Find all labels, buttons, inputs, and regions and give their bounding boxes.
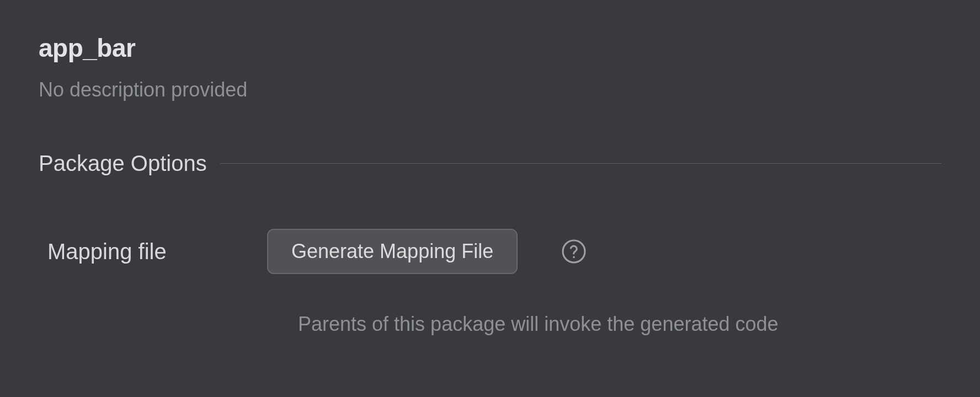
mapping-file-hint: Parents of this package will invoke the … — [298, 313, 779, 335]
package-detail-panel: app_bar No description provided Package … — [0, 0, 980, 336]
help-icon[interactable] — [561, 238, 587, 265]
mapping-file-hint-row: Parents of this package will invoke the … — [39, 313, 941, 336]
generate-mapping-file-button[interactable]: Generate Mapping File — [267, 229, 518, 274]
package-name: app_bar — [39, 33, 941, 63]
mapping-file-option-row: Mapping file Generate Mapping File — [39, 229, 941, 274]
package-description: No description provided — [39, 78, 941, 101]
svg-point-1 — [573, 256, 575, 259]
section-divider — [220, 163, 941, 164]
section-title: Package Options — [39, 151, 207, 176]
mapping-file-label: Mapping file — [47, 239, 267, 264]
section-header: Package Options — [39, 151, 941, 176]
